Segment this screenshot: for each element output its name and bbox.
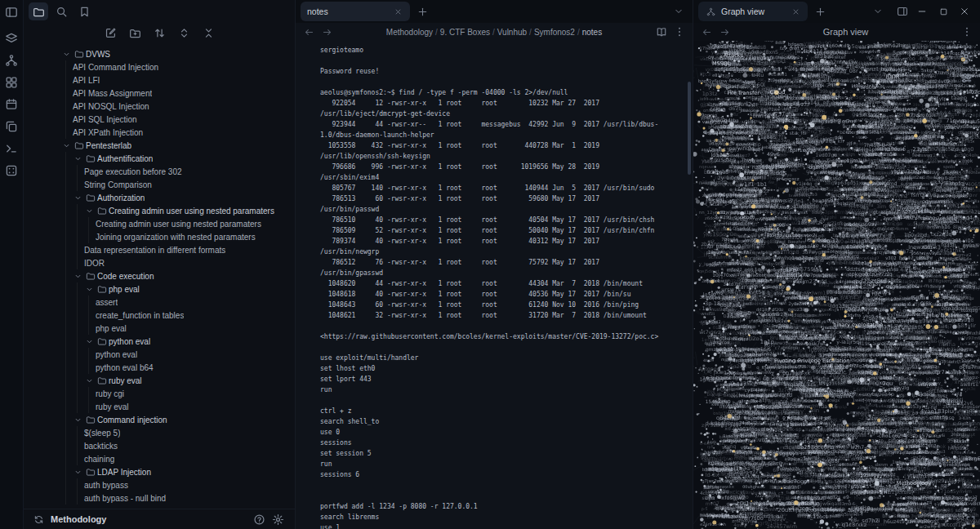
chevron-down-icon[interactable] bbox=[73, 153, 83, 164]
tree-file-row[interactable]: $(sleep 5) bbox=[24, 426, 295, 439]
graph-canvas[interactable] bbox=[693, 41, 980, 529]
close-window-button[interactable] bbox=[954, 2, 975, 21]
help-icon[interactable] bbox=[252, 513, 266, 527]
tree-file-row[interactable]: API LFI bbox=[24, 73, 295, 87]
file-explorer-sidebar: DVWSAPI Command InjectionAPI LFIAPI Mass… bbox=[24, 0, 296, 529]
back-arrow-icon[interactable] bbox=[302, 25, 315, 38]
new-note-button[interactable] bbox=[102, 24, 118, 41]
new-tab-button[interactable] bbox=[811, 2, 829, 20]
graph-filters-icon[interactable] bbox=[959, 70, 973, 85]
tree-folder-row[interactable]: python eval bbox=[24, 335, 295, 348]
tree-file-row[interactable]: python eval bbox=[24, 348, 295, 361]
breadcrumb-segment[interactable]: notes bbox=[582, 28, 602, 37]
tree-folder-row[interactable]: LDAP Injection bbox=[24, 465, 295, 478]
chevron-down-icon[interactable] bbox=[73, 467, 83, 478]
tree-file-row[interactable]: python eval b64 bbox=[24, 361, 295, 374]
tree-file-row[interactable]: API XPath Injection bbox=[24, 126, 295, 139]
graph-view-button[interactable] bbox=[4, 53, 19, 68]
forward-arrow-icon[interactable] bbox=[718, 25, 731, 38]
tree-file-row[interactable]: backticks bbox=[24, 439, 295, 452]
close-tab-icon[interactable] bbox=[392, 6, 403, 17]
breadcrumb-segment[interactable]: 9. CTF Boxes bbox=[440, 28, 490, 37]
breadcrumb-segment[interactable]: Methodology bbox=[386, 28, 433, 37]
code-line: /usr/bin/passwd bbox=[320, 204, 675, 215]
chevron-down-icon[interactable] bbox=[61, 49, 72, 60]
chevron-down-icon[interactable] bbox=[73, 415, 83, 425]
chevron-down-icon[interactable] bbox=[84, 206, 95, 216]
tree-file-row[interactable]: Joining organization with nested paramat… bbox=[24, 230, 295, 243]
tree-file-row[interactable]: chaining bbox=[24, 452, 295, 465]
tree-file-row[interactable]: Data representation in different formats bbox=[24, 243, 295, 256]
maximize-window-button[interactable] bbox=[933, 2, 954, 21]
tree-file-row[interactable]: auth bypass - null bind bbox=[24, 491, 295, 505]
expand-all-button[interactable] bbox=[176, 24, 192, 41]
collapse-all-button[interactable] bbox=[200, 24, 216, 41]
chevron-down-icon[interactable] bbox=[61, 140, 72, 151]
tree-folder-row[interactable]: Code execution bbox=[24, 269, 295, 282]
insert-template-button[interactable] bbox=[4, 119, 19, 134]
graph-settings-gear-icon[interactable] bbox=[959, 49, 973, 64]
tree-folder-row[interactable]: Authentification bbox=[24, 152, 295, 165]
more-options-icon[interactable] bbox=[960, 25, 973, 38]
tree-folder-row[interactable]: DVWS bbox=[24, 47, 295, 60]
toggle-right-sidebar-button[interactable] bbox=[893, 2, 911, 20]
tree-file-row[interactable]: IDOR bbox=[24, 256, 295, 269]
sort-order-button[interactable] bbox=[151, 24, 167, 41]
tab-graph-view[interactable]: Graph view bbox=[698, 2, 808, 21]
chevron-down-icon[interactable] bbox=[84, 284, 95, 295]
tree-file-row[interactable]: ruby eval bbox=[24, 400, 295, 413]
minimize-window-button[interactable] bbox=[911, 2, 933, 21]
tree-folder-row[interactable]: Authorization bbox=[24, 191, 295, 204]
tree-folder-row[interactable]: php eval bbox=[24, 282, 295, 296]
tab-list-chevron-icon[interactable] bbox=[869, 2, 887, 20]
tree-file-row[interactable]: Page execution before 302 bbox=[24, 165, 295, 178]
reading-view-book-icon[interactable] bbox=[655, 25, 668, 38]
chevron-down-icon[interactable] bbox=[73, 271, 83, 282]
daily-note-button[interactable] bbox=[4, 97, 19, 112]
quick-switcher-button[interactable] bbox=[4, 31, 19, 46]
settings-gear-icon[interactable] bbox=[271, 513, 285, 527]
chevron-down-icon[interactable] bbox=[84, 376, 95, 386]
new-folder-button[interactable] bbox=[127, 24, 143, 41]
tree-file-row[interactable]: API Command Injection bbox=[24, 60, 295, 73]
canvas-button[interactable] bbox=[4, 75, 19, 90]
tree-folder-row[interactable]: Pentesterlab bbox=[24, 139, 295, 152]
editor-scrollbar[interactable] bbox=[688, 82, 691, 175]
breadcrumb-segment[interactable]: Symfonos2 bbox=[534, 28, 575, 37]
note-editor[interactable]: sergioteamoPassword reuse!aeolus@symfono… bbox=[296, 41, 693, 529]
tree-file-row[interactable]: assert bbox=[24, 296, 295, 309]
tree-item-label: python eval bbox=[96, 350, 137, 359]
tree-file-row[interactable]: API NOSQL Injection bbox=[24, 100, 295, 113]
tree-folder-row[interactable]: ruby eval bbox=[24, 374, 295, 387]
tree-file-row[interactable]: create_function in tables bbox=[24, 309, 295, 322]
new-tab-button[interactable] bbox=[413, 2, 431, 20]
vault-name[interactable]: Methodology bbox=[51, 514, 247, 524]
files-tab[interactable] bbox=[29, 2, 48, 20]
tree-file-row[interactable]: auth bypass bbox=[24, 478, 295, 491]
chevron-down-icon[interactable] bbox=[73, 193, 83, 203]
tree-file-row[interactable]: String Comparison bbox=[24, 178, 295, 191]
tab-list-chevron-icon[interactable] bbox=[670, 2, 688, 20]
search-tab[interactable] bbox=[51, 2, 71, 20]
tree-folder-row[interactable]: Command injection bbox=[24, 413, 295, 426]
back-arrow-icon[interactable] bbox=[700, 25, 713, 38]
chevron-down-icon[interactable] bbox=[84, 336, 95, 347]
sync-icon[interactable] bbox=[32, 513, 46, 527]
tree-file-row[interactable]: API SQL Injection bbox=[24, 113, 295, 126]
forward-arrow-icon[interactable] bbox=[320, 25, 333, 38]
bookmarks-tab[interactable] bbox=[74, 2, 94, 20]
tree-file-row[interactable]: Creating admin user using nested paramat… bbox=[24, 217, 295, 230]
random-note-button[interactable] bbox=[4, 163, 19, 178]
tab-notes[interactable]: notes bbox=[301, 2, 410, 21]
tree-file-row[interactable]: API Mass Assignment bbox=[24, 87, 295, 100]
more-options-icon[interactable] bbox=[673, 25, 686, 38]
breadcrumb-segment[interactable]: Vulnhub bbox=[497, 28, 527, 37]
code-line: 1048643 60 -rwsr-xr-x 1 root root 61240 … bbox=[320, 300, 675, 310]
expand-graph-icon[interactable] bbox=[964, 513, 977, 527]
toggle-left-sidebar-button[interactable] bbox=[4, 5, 19, 20]
tree-file-row[interactable]: ruby cgi bbox=[24, 387, 295, 400]
tree-file-row[interactable]: php eval bbox=[24, 322, 295, 335]
tree-folder-row[interactable]: Creating admin user using nested paramat… bbox=[24, 204, 295, 217]
close-tab-icon[interactable] bbox=[790, 6, 801, 17]
command-palette-button[interactable] bbox=[4, 141, 19, 156]
